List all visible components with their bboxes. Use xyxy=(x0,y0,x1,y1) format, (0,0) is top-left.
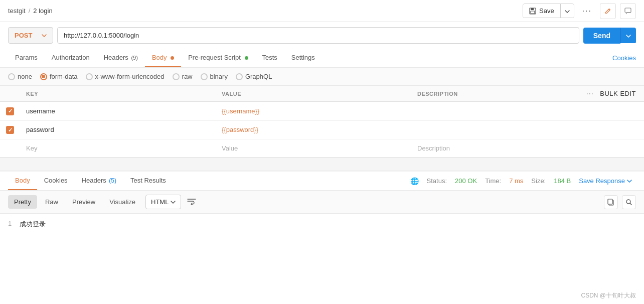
body-type-raw[interactable]: raw xyxy=(173,73,193,80)
watermark: CSDN @十旬叶大叔 xyxy=(581,291,636,300)
response-section: Body Cookies Headers (5) Test Results 🌐 … xyxy=(0,170,644,304)
format-tab-preview[interactable]: Preview xyxy=(66,195,101,209)
tab-body[interactable]: Body xyxy=(145,49,181,67)
edit-icon-button[interactable] xyxy=(600,3,616,19)
body-type-none[interactable]: none xyxy=(8,73,32,80)
response-text-1: 成功登录 xyxy=(20,220,46,229)
url-bar: POST Send xyxy=(0,22,644,49)
save-icon xyxy=(529,8,536,15)
response-line-1: 1 成功登录 xyxy=(8,220,636,229)
row2-key: password xyxy=(26,126,54,133)
save-button[interactable]: Save xyxy=(523,4,560,18)
svg-rect-5 xyxy=(608,199,612,204)
response-tab-headers[interactable]: Headers (5) xyxy=(75,172,123,190)
radio-raw xyxy=(173,73,180,80)
params-table: KEY VALUE DESCRIPTION ··· Bulk Edit xyxy=(0,86,644,158)
status-value: 200 OK xyxy=(455,177,477,185)
row2-value: {{password}} xyxy=(222,126,258,133)
collection-name: testgit xyxy=(8,7,26,15)
copy-icon xyxy=(607,199,614,206)
empty-value-placeholder: Value xyxy=(222,144,238,152)
response-tabs: Body Cookies Headers (5) Test Results 🌐 … xyxy=(0,172,644,191)
time-value: 7 ms xyxy=(509,177,523,185)
response-icon-group xyxy=(604,195,636,209)
row1-value: {{username}} xyxy=(222,107,259,115)
format-chevron-icon xyxy=(171,201,176,204)
search-response-button[interactable] xyxy=(622,195,636,209)
body-type-urlencoded[interactable]: x-www-form-urlencoded xyxy=(86,73,165,80)
empty-key-placeholder: Key xyxy=(26,144,37,152)
table-row-empty: Key Value Description xyxy=(0,139,644,158)
radio-form-data xyxy=(40,73,47,80)
request-name: 2 login xyxy=(33,7,52,15)
tab-tests[interactable]: Tests xyxy=(255,49,284,67)
send-button[interactable]: Send xyxy=(583,28,620,44)
col-value: VALUE xyxy=(216,86,411,102)
breadcrumb-separator: / xyxy=(29,7,31,15)
request-section: POST Send Params Authorization Headers (… xyxy=(0,22,644,158)
search-icon xyxy=(625,199,632,206)
response-tab-test-results[interactable]: Test Results xyxy=(123,172,173,190)
radio-urlencoded xyxy=(86,73,93,80)
format-tab-raw[interactable]: Raw xyxy=(39,195,64,209)
row1-checkbox[interactable] xyxy=(6,107,14,115)
col-key: KEY xyxy=(20,86,216,102)
method-label: POST xyxy=(15,32,32,39)
comment-icon-button[interactable] xyxy=(620,3,636,19)
cookies-link[interactable]: Cookies xyxy=(612,54,636,62)
body-type-graphql[interactable]: GraphQL xyxy=(236,73,272,80)
tab-pre-request-script[interactable]: Pre-request Script xyxy=(181,49,255,67)
tab-headers[interactable]: Headers (9) xyxy=(97,49,145,67)
body-type-bar: none form-data x-www-form-urlencoded raw… xyxy=(0,68,644,86)
radio-graphql xyxy=(236,73,243,80)
size-value: 184 B xyxy=(554,177,571,185)
response-status-bar: 🌐 Status: 200 OK Time: 7 ms Size: 184 B … xyxy=(410,177,636,185)
table-row: password {{password}} xyxy=(0,120,644,139)
save-button-group: Save xyxy=(523,4,574,18)
table-row: username {{username}} xyxy=(0,102,644,121)
divider xyxy=(0,158,644,170)
send-chevron-icon xyxy=(626,35,631,38)
tab-settings[interactable]: Settings xyxy=(284,49,322,67)
copy-response-button[interactable] xyxy=(604,195,618,209)
svg-rect-1 xyxy=(531,8,534,10)
more-options-button[interactable]: ··· xyxy=(578,4,596,19)
status-label: Status: xyxy=(427,177,447,185)
col-actions: ··· Bulk Edit xyxy=(517,86,644,102)
tab-params[interactable]: Params xyxy=(8,49,45,67)
chevron-down-icon xyxy=(565,10,570,13)
format-tab-visualize[interactable]: Visualize xyxy=(103,195,141,209)
size-label: Size: xyxy=(531,177,546,185)
col-description: DESCRIPTION xyxy=(411,86,517,102)
wrap-button[interactable] xyxy=(183,195,200,209)
body-type-form-data[interactable]: form-data xyxy=(40,73,78,80)
format-type-select[interactable]: HTML xyxy=(145,195,181,209)
response-tab-cookies[interactable]: Cookies xyxy=(37,172,75,190)
save-dropdown-button[interactable] xyxy=(560,4,574,18)
response-format-bar: Pretty Raw Preview Visualize HTML xyxy=(0,191,644,214)
response-tab-body[interactable]: Body xyxy=(8,172,37,190)
format-tab-pretty[interactable]: Pretty xyxy=(8,195,37,209)
line-number-1: 1 xyxy=(8,220,12,227)
header-actions: Save ··· xyxy=(523,3,636,19)
method-chevron-icon xyxy=(42,34,47,37)
radio-binary xyxy=(201,73,208,80)
body-type-binary[interactable]: binary xyxy=(201,73,228,80)
tab-authorization[interactable]: Authorization xyxy=(45,49,97,67)
breadcrumb: testgit / 2 login xyxy=(8,7,53,15)
request-tabs: Params Authorization Headers (9) Body Pr… xyxy=(0,49,644,68)
send-dropdown-button[interactable] xyxy=(620,28,636,43)
row2-checkbox[interactable] xyxy=(6,126,14,134)
url-input[interactable] xyxy=(57,27,579,44)
svg-rect-2 xyxy=(531,11,535,14)
method-selector[interactable]: POST xyxy=(8,27,53,44)
response-body: 1 成功登录 xyxy=(0,214,644,304)
radio-none xyxy=(8,73,15,80)
table-more-button[interactable]: ··· xyxy=(586,91,594,97)
svg-rect-3 xyxy=(625,8,631,13)
comment-icon xyxy=(624,8,631,15)
row1-key: username xyxy=(26,107,55,115)
bulk-edit-button[interactable]: Bulk Edit xyxy=(600,90,636,97)
save-response-button[interactable]: Save Response xyxy=(579,177,632,185)
send-button-group: Send xyxy=(583,28,636,44)
